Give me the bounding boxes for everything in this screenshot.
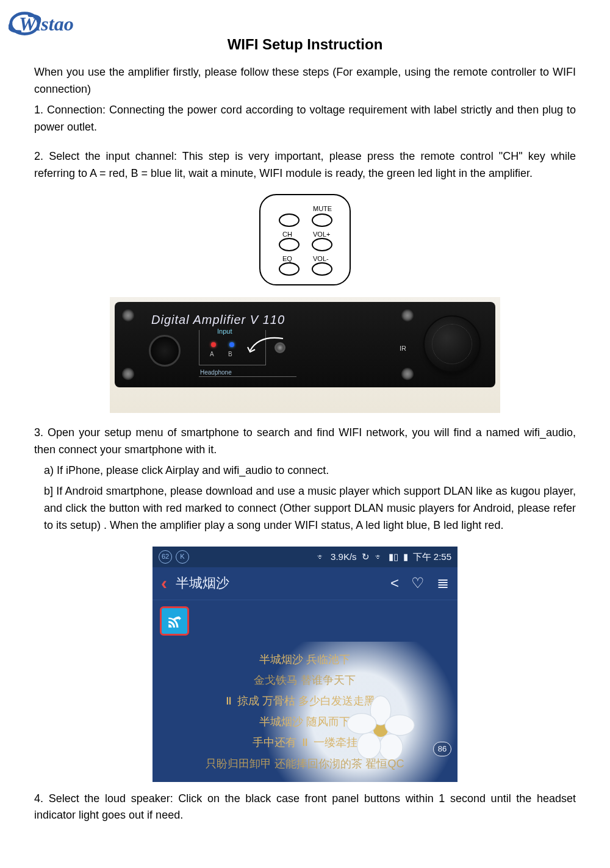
- lyrics-panel: 半城烟沙 兵临池下 金戈铁马 替谁争天下 ⏸ 掠成 万骨枯 多少白发送走黑发 半…: [152, 642, 458, 782]
- status-k-icon: K: [176, 550, 189, 564]
- phone-screenshot-figure: 62 K ᯤ 3.9K/s ↻ ᯤ ▮▯ ▮ 下午 2:55 ‹ 半城烟沙 <: [152, 547, 458, 782]
- amp-ir-label: IR: [400, 343, 406, 354]
- phone-player-header: ‹ 半城烟沙 < ♡ ≣: [152, 567, 458, 600]
- remote-volminus-button: [312, 262, 332, 276]
- share-icon[interactable]: <: [390, 572, 399, 594]
- lyric-line: 金戈铁马 替谁争天下: [152, 670, 458, 690]
- wifi-icon: ᯤ: [317, 550, 326, 564]
- screw-icon: [122, 368, 134, 380]
- signal-icon: ▮▯: [389, 550, 398, 564]
- clock-label: 下午 2:55: [413, 550, 451, 564]
- sync-icon: ↻: [362, 550, 370, 564]
- amp-headphone-button: [149, 335, 181, 367]
- dlna-cast-button[interactable]: [160, 606, 189, 636]
- remote-ch-button: [279, 238, 300, 251]
- back-icon[interactable]: ‹: [161, 569, 167, 598]
- svg-text:Wistao: Wistao: [19, 13, 74, 35]
- remote-volplus-button: [312, 238, 332, 251]
- heart-icon[interactable]: ♡: [411, 572, 425, 594]
- remote-mute-label: MUTE: [313, 204, 332, 214]
- intro-text: When you use the amplifier firstly, plea…: [34, 64, 576, 98]
- status-badge-icon: 62: [159, 550, 172, 564]
- battery-icon: ▮: [403, 550, 408, 564]
- step-1: 1. Connection: Connecting the power cord…: [34, 102, 576, 136]
- remote-control-figure: MUTE CH VOL+ EQ VOL-: [259, 194, 351, 285]
- playlist-icon[interactable]: ≣: [437, 572, 449, 594]
- amp-a-label: A: [210, 350, 214, 359]
- lyric-line: 手中还有 ⏸ 一缕牵挂: [152, 732, 458, 753]
- lyric-line: 半城烟沙 兵临池下: [152, 649, 458, 670]
- lyric-line: ⏸ 掠成 万骨枯 多少白发送走黑发: [152, 690, 458, 711]
- lyric-line: 半城烟沙 随风而下: [152, 711, 458, 732]
- amplifier-device-figure: Digital Amplifier V 110 Input A B Headph…: [115, 302, 495, 387]
- lyric-line: 只盼归田卸甲 还能捧回你沏的茶 翟恒QC: [152, 753, 458, 774]
- data-rate-label: 3.9K/s: [331, 550, 357, 564]
- amp-b-label: B: [228, 350, 232, 359]
- screw-icon: [122, 309, 134, 321]
- song-title-label: 半城烟沙: [176, 573, 229, 594]
- remote-blank-button: [279, 213, 300, 227]
- amp-volume-knob: [423, 315, 481, 373]
- step-3a: a) If iPhone, please click Airplay and w…: [34, 462, 576, 479]
- remote-mute-button: [312, 213, 332, 227]
- remote-eq-button: [279, 262, 300, 276]
- lyric-count-badge: 86: [433, 742, 451, 756]
- screw-icon: [401, 368, 414, 380]
- step-3b: b] If Android smartphone, please downloa…: [34, 483, 576, 534]
- phone-statusbar: 62 K ᯤ 3.9K/s ↻ ᯤ ▮▯ ▮ 下午 2:55: [152, 547, 458, 567]
- amp-headphone-line: [199, 376, 296, 377]
- step-4: 4. Select the loud speaker: Click on the…: [34, 791, 576, 825]
- screw-icon: [401, 309, 414, 321]
- wifi-icon: ᯤ: [375, 550, 384, 564]
- step-2: 2. Select the input channel: This step i…: [34, 148, 576, 182]
- step-3: 3. Open your setup menu of smartphone to…: [34, 425, 576, 459]
